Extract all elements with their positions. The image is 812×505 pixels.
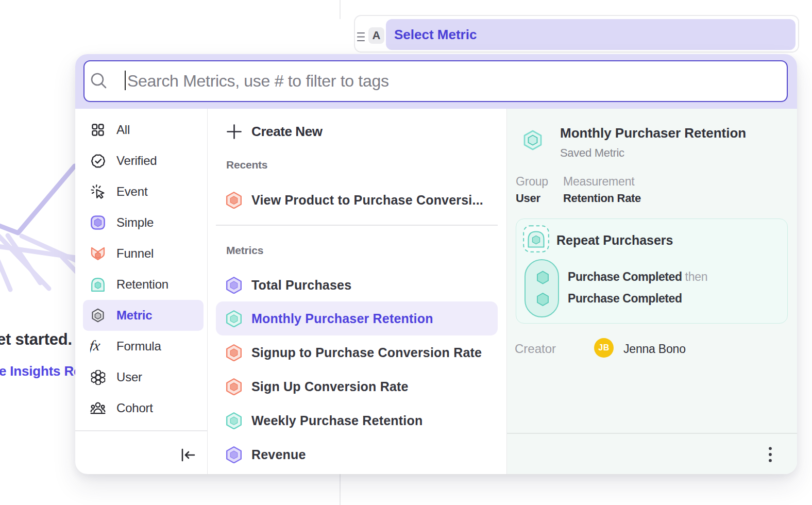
svg-text:fx: fx	[90, 338, 102, 353]
